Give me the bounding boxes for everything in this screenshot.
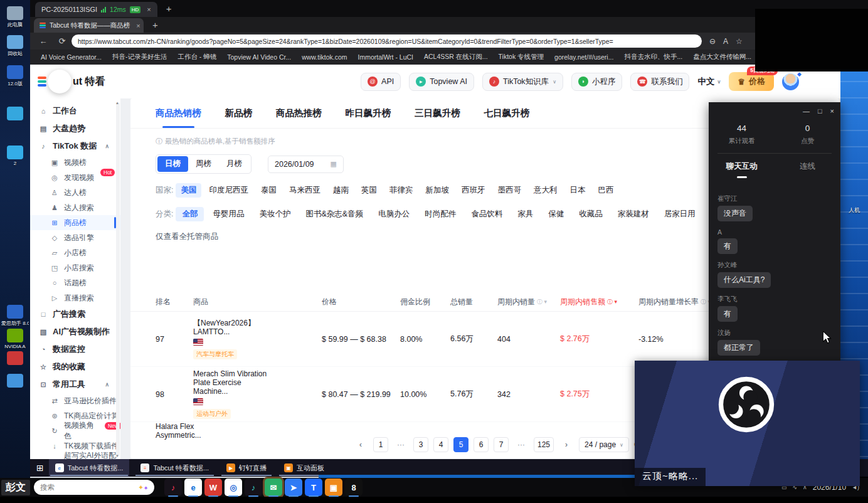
sidebar-item[interactable]: ◔ 数据监控: [30, 341, 120, 358]
country-option[interactable]: 意大利: [529, 183, 563, 198]
ranking-tab[interactable]: 昨日飙升榜: [346, 107, 391, 128]
period-option[interactable]: 日榜: [157, 156, 188, 172]
search-box[interactable]: 搜索 ✦✦: [34, 480, 154, 495]
sidebar-item[interactable]: ☆ 我的收藏: [30, 358, 120, 376]
product-title[interactable]: Merach Slim Vibration Plate Exercise Mac…: [193, 369, 267, 396]
category-option[interactable]: 图书&杂志&音频: [299, 207, 369, 221]
bookmark-item[interactable]: Topview AI Video Cr...: [227, 53, 291, 61]
desktop-icon[interactable]: NVIDIA A: [1, 329, 29, 349]
page-number[interactable]: 3: [413, 437, 428, 452]
desktop-icon[interactable]: 回收站: [1, 35, 29, 57]
sidebar-item[interactable]: ▣ 视频榜: [30, 155, 120, 170]
country-option[interactable]: 西班牙: [457, 183, 490, 198]
floating-widget[interactable]: [48, 70, 71, 93]
copilot-sparkle-icon[interactable]: ✦✦: [138, 484, 148, 492]
sidebar-item[interactable]: ◎ 发现视频 Hot: [30, 170, 120, 185]
sidebar-item[interactable]: ⊡ 常用工具 ∧: [30, 376, 120, 393]
header-nav-button[interactable]: ▸ Topview AI: [409, 73, 474, 91]
tabcut-logo-icon[interactable]: [38, 77, 46, 87]
category-option[interactable]: 美妆个护: [253, 207, 297, 221]
sidebar-item[interactable]: ▤ 大盘趋势: [30, 120, 120, 137]
country-option[interactable]: 印度尼西亚: [204, 183, 253, 198]
sidebar-item[interactable]: ◳ 小店搜索: [30, 260, 120, 275]
desktop-icon[interactable]: 此电脑: [1, 6, 29, 28]
desktop-icon[interactable]: 爱思助手 8.0(64: [1, 305, 29, 327]
table-header-cell[interactable]: 周期内销量 ⓘ ▾: [497, 297, 560, 307]
ranking-tab[interactable]: 七日飙升榜: [484, 107, 530, 128]
desktop-icon[interactable]: 2: [1, 146, 29, 166]
desktop-icon[interactable]: [1, 107, 29, 122]
page-number[interactable]: 6: [474, 437, 489, 452]
info-sort-icons[interactable]: ⓘ ▾: [607, 298, 617, 306]
browser-tab[interactable]: Tabcut 特看数据——商品榜 ×: [34, 18, 144, 33]
tab-connect[interactable]: 连线: [775, 161, 840, 178]
taskbar-app-icon[interactable]: 8: [345, 479, 363, 496]
country-option[interactable]: 新加坡: [420, 183, 454, 198]
ranking-tab[interactable]: 商品热销榜: [156, 107, 201, 128]
bookmark-item[interactable]: 盘点大文件传输网...: [693, 53, 751, 61]
product-cell[interactable]: Halara Flex Asymmetric...: [156, 422, 193, 440]
category-option[interactable]: 母婴用品: [206, 207, 250, 221]
period-option[interactable]: 周榜: [188, 156, 219, 172]
start-button-icon[interactable]: ⊞: [36, 463, 44, 473]
desktop-icon[interactable]: 12.0版: [1, 65, 29, 87]
ranking-tab[interactable]: 商品热推榜: [276, 107, 322, 128]
ranking-tab[interactable]: 三日飙升榜: [415, 107, 460, 128]
page-size-select[interactable]: 24 / page ∨: [579, 437, 629, 452]
pricing-button[interactable]: ♛ 价格 5日后到期: [729, 72, 774, 91]
page-number[interactable]: ···: [514, 437, 529, 452]
reload-icon[interactable]: ⟳: [56, 36, 68, 46]
country-option[interactable]: 菲律宾: [384, 183, 418, 198]
bookmark-item[interactable]: Tiktok 专线管理: [499, 53, 544, 61]
taskbar-app-icon[interactable]: ✉: [265, 479, 282, 496]
taskbar-task[interactable]: ▶ 钉钉直播: [220, 459, 273, 477]
bookmark-item[interactable]: 工作台 - 蝉镜: [177, 53, 216, 61]
sidebar-item[interactable]: ▧ AI广告视频制作: [30, 323, 120, 341]
sidebar-item[interactable]: ○ 话题榜: [30, 275, 120, 290]
ranking-tab[interactable]: 新品榜: [225, 107, 253, 128]
date-picker[interactable]: 2026/01/09 ▦: [268, 156, 344, 173]
category-option[interactable]: 电脑办公: [372, 207, 416, 221]
country-option[interactable]: 日本: [564, 183, 590, 198]
product-cell[interactable]: Merach Slim Vibration Plate Exercise Mac…: [193, 369, 322, 419]
sidebar-item[interactable]: ▷ 直播搜索: [30, 290, 120, 305]
sidebar-item[interactable]: ⊞ 商品榜: [30, 215, 120, 230]
sidebar-item[interactable]: ♪ TikTok 数据 ∧: [30, 137, 120, 155]
page-number[interactable]: 4: [433, 437, 448, 452]
favorite-star-icon[interactable]: ☆: [736, 37, 743, 46]
page-number[interactable]: ···: [393, 437, 408, 452]
bookmark-item[interactable]: 抖音去水印、快手...: [624, 53, 682, 61]
close-icon[interactable]: ×: [830, 107, 834, 115]
info-sort-icons[interactable]: ⓘ ▾: [537, 298, 547, 306]
language-selector[interactable]: 中文 ∨: [697, 76, 721, 87]
url-field[interactable]: https://www.tabcut.com/zh-CN/ranking/goo…: [71, 34, 702, 48]
scroll-down-icon[interactable]: ▼: [115, 454, 119, 458]
category-option[interactable]: 收藏品: [573, 207, 609, 221]
taskbar-app-icon[interactable]: ➤: [285, 479, 302, 496]
country-option[interactable]: 巴西: [593, 183, 618, 198]
sidebar-item[interactable]: ▱ 小店榜: [30, 245, 120, 260]
page-number[interactable]: 5: [453, 437, 468, 452]
header-nav-button[interactable]: ♪ TikTok知识库 ∨: [482, 73, 563, 91]
taskbar-app-icon[interactable]: ♪: [164, 479, 182, 496]
table-header-cell[interactable]: 总销量: [450, 297, 497, 307]
prev-page-icon[interactable]: ‹: [353, 437, 368, 452]
new-tab-button[interactable]: +: [152, 19, 158, 30]
product-cell[interactable]: 【NewYear2026】LAMTTO... 汽车与摩托车: [193, 319, 322, 359]
category-option[interactable]: 保健: [542, 207, 570, 221]
taskbar-task[interactable]: ▣ 互动面板: [278, 459, 331, 477]
bookmark-item[interactable]: ImmortalWrt - LuCI: [358, 53, 413, 61]
new-session-button[interactable]: +: [166, 3, 172, 14]
period-option[interactable]: 月榜: [219, 156, 250, 172]
category-option[interactable]: 家装建材: [611, 207, 655, 221]
taskbar-app-icon[interactable]: ▣: [325, 479, 342, 496]
taskbar-app-icon[interactable]: ◎: [225, 479, 242, 496]
taskbar-app-icon[interactable]: W: [204, 479, 222, 496]
maximize-icon[interactable]: □: [818, 107, 822, 115]
back-icon[interactable]: ←: [38, 36, 49, 46]
table-header-cell[interactable]: 周期内销售额 ⓘ ▾: [560, 297, 638, 307]
taskbar-task[interactable]: ≡ Tabcut 特看数据...: [134, 459, 215, 477]
category-option[interactable]: 时尚配件: [418, 207, 462, 221]
sidebar-item[interactable]: ♟ 达人搜索: [30, 200, 120, 215]
read-aloud-icon[interactable]: A: [723, 37, 728, 46]
